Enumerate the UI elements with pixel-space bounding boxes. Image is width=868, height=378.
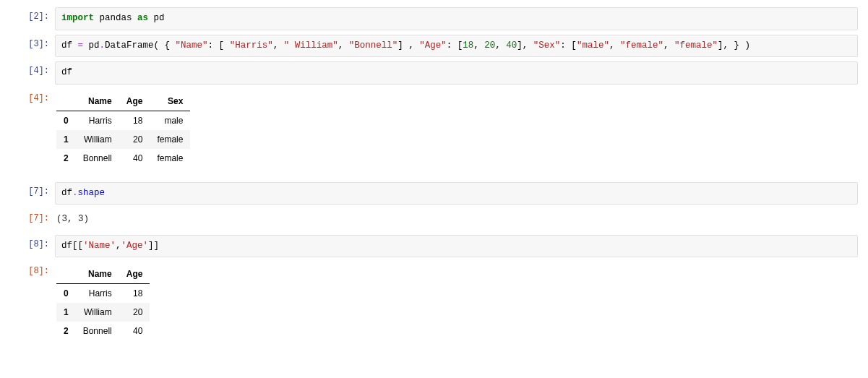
cell-out-8: [8]: NameAge0Harris181William202Bonnell4… [0, 260, 868, 345]
table-row-index: 0 [56, 111, 76, 130]
table-header-index [56, 92, 76, 111]
table-cell: 20 [119, 303, 150, 322]
table-cell: female [150, 130, 190, 149]
table-header: Age [119, 92, 150, 111]
prompt-in-8: [8]: [0, 235, 55, 249]
cell-out-4: [4]: NameAgeSex0Harris18male1William20fe… [0, 87, 868, 172]
table-header: Age [119, 265, 150, 284]
table-cell: 18 [119, 284, 150, 304]
dataframe-4: NameAgeSex0Harris18male1William20female2… [56, 92, 190, 168]
prompt-out-4: [4]: [0, 89, 55, 103]
table-cell: Harris [76, 284, 119, 304]
code-in-7[interactable]: df.shape [55, 182, 858, 205]
code-in-4[interactable]: df [55, 61, 858, 85]
table-cell: 20 [119, 130, 150, 149]
prompt-in-2: [2]: [0, 7, 55, 22]
cell-in-7: [7]: df.shape [0, 181, 868, 207]
table-cell: male [150, 111, 190, 130]
cell-in-8: [8]: df[['Name','Age']] [0, 233, 868, 259]
table-row-index: 0 [56, 284, 76, 304]
table-row-index: 2 [56, 322, 76, 340]
prompt-in-3: [3]: [0, 35, 55, 49]
output-text-7: (3, 3) [55, 209, 858, 231]
table-row: 1William20 [56, 303, 150, 322]
table-header: Sex [150, 92, 190, 111]
cell-in-2: [2]: import pandas as pd [0, 6, 868, 32]
code-in-2[interactable]: import pandas as pd [55, 7, 858, 30]
cell-in-4: [4]: df [0, 60, 868, 86]
table-cell: William [76, 130, 119, 149]
prompt-in-4: [4]: [0, 61, 55, 76]
table-row-index: 1 [56, 130, 76, 149]
prompt-out-7: [7]: [0, 209, 55, 223]
cell-in-3: [3]: df = pd.DataFrame( { "Name": [ "Har… [0, 33, 868, 59]
table-cell: 40 [119, 149, 150, 168]
output-html-4: NameAgeSex0Harris18male1William20female2… [55, 89, 858, 171]
table-cell: 18 [119, 111, 150, 130]
code-in-8[interactable]: df[['Name','Age']] [55, 235, 858, 258]
table-cell: Bonnell [76, 322, 119, 340]
table-row: 2Bonnell40 [56, 322, 150, 340]
cell-out-7: [7]: (3, 3) [0, 207, 868, 232]
table-row-index: 2 [56, 149, 76, 168]
table-row-index: 1 [56, 303, 76, 322]
prompt-in-7: [7]: [0, 182, 55, 197]
table-row: 0Harris18male [56, 111, 190, 130]
code-in-3[interactable]: df = pd.DataFrame( { "Name": [ "Harris",… [55, 35, 858, 58]
table-row: 1William20female [56, 130, 190, 149]
table-cell: 40 [119, 322, 150, 340]
table-cell: female [150, 149, 190, 168]
table-row: 0Harris18 [56, 284, 150, 304]
table-cell: William [76, 303, 119, 322]
table-header: Name [76, 265, 119, 284]
table-cell: Harris [76, 111, 119, 130]
table-row: 2Bonnell40female [56, 149, 190, 168]
output-html-8: NameAge0Harris181William202Bonnell40 [55, 262, 858, 343]
prompt-out-8: [8]: [0, 262, 55, 276]
table-cell: Bonnell [76, 149, 119, 168]
table-header: Name [76, 92, 119, 111]
jupyter-notebook: [2]: import pandas as pd [3]: df = pd.Da… [0, 0, 868, 361]
dataframe-8: NameAge0Harris181William202Bonnell40 [56, 265, 150, 340]
table-header-index [56, 265, 76, 284]
